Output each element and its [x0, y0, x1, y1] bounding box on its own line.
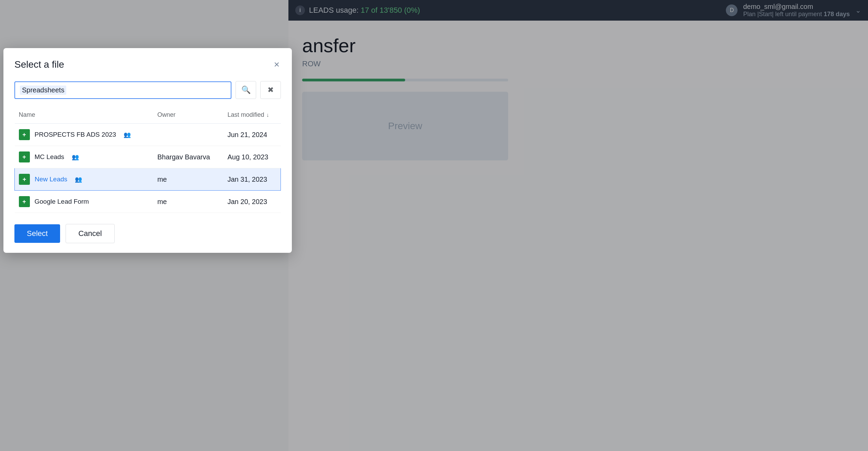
owner-cell — [153, 124, 223, 146]
sort-icon: ✖ — [267, 86, 274, 94]
file-name-cell: +New Leads👥 — [15, 168, 153, 191]
file-name-text: PROSPECTS FB ADS 2023 — [35, 131, 116, 138]
file-name-text: New Leads — [35, 176, 67, 183]
dialog-title: Select a file — [14, 59, 64, 70]
sort-arrow-icon: ↓ — [266, 112, 269, 118]
date-cell: Aug 10, 2023 — [223, 146, 281, 168]
date-cell: Jun 21, 2024 — [223, 124, 281, 146]
table-row[interactable]: +PROSPECTS FB ADS 2023👥Jun 21, 2024 — [15, 124, 281, 146]
file-name-cell: +PROSPECTS FB ADS 2023👥 — [15, 124, 153, 146]
file-select-dialog: Select a file × Spreadsheets 🔍 ✖ Name Ow… — [3, 48, 292, 253]
file-name-cell: +MC Leads👥 — [15, 146, 153, 168]
shared-icon: 👥 — [72, 154, 79, 161]
cancel-button[interactable]: Cancel — [66, 224, 114, 243]
owner-cell: me — [153, 191, 223, 213]
file-name-text: Google Lead Form — [35, 198, 89, 205]
file-name-cell: +Google Lead Form — [15, 191, 153, 213]
search-value: Spreadsheets — [20, 86, 66, 95]
shared-icon: 👥 — [124, 131, 131, 138]
dialog-header: Select a file × — [14, 59, 281, 70]
spreadsheet-icon: + — [19, 129, 30, 140]
col-name: Name — [15, 109, 153, 124]
sort-button[interactable]: ✖ — [260, 81, 281, 99]
table-row[interactable]: +Google Lead FormmeJan 20, 2023 — [15, 191, 281, 213]
owner-cell: me — [153, 168, 223, 191]
date-cell: Jan 31, 2023 — [223, 168, 281, 191]
search-input-wrapper[interactable]: Spreadsheets — [14, 81, 231, 99]
shared-icon: 👥 — [75, 176, 82, 183]
file-name-text: MC Leads — [35, 153, 65, 161]
col-owner: Owner — [153, 109, 223, 124]
search-icon: 🔍 — [241, 86, 251, 94]
spreadsheet-icon: + — [19, 174, 30, 185]
search-row: Spreadsheets 🔍 ✖ — [14, 81, 281, 99]
date-cell: Jan 20, 2023 — [223, 191, 281, 213]
table-row[interactable]: +New Leads👥meJan 31, 2023 — [15, 168, 281, 191]
file-table: Name Owner Last modified ↓ +PROSPECTS FB… — [14, 109, 281, 213]
col-last-modified[interactable]: Last modified ↓ — [223, 109, 281, 124]
dialog-footer: Select Cancel — [14, 224, 281, 243]
table-row[interactable]: +MC Leads👥Bhargav BavarvaAug 10, 2023 — [15, 146, 281, 168]
spreadsheet-icon: + — [19, 151, 30, 162]
close-button[interactable]: × — [273, 60, 281, 69]
select-button[interactable]: Select — [14, 224, 60, 243]
spreadsheet-icon: + — [19, 196, 30, 207]
owner-cell: Bhargav Bavarva — [153, 146, 223, 168]
search-button[interactable]: 🔍 — [236, 81, 256, 99]
